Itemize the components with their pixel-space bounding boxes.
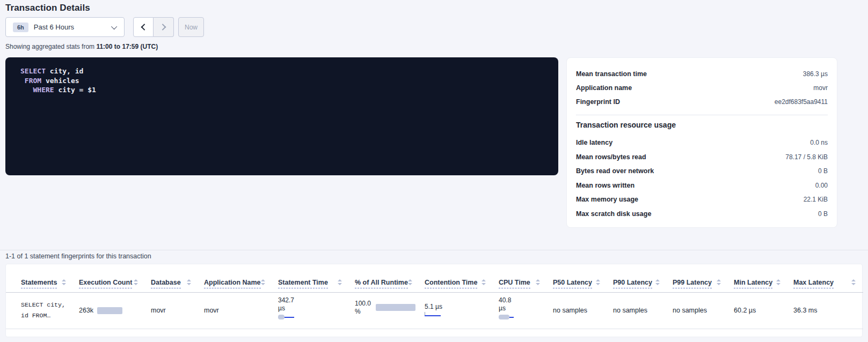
aggregated-stats-text: Showing aggregated stats from 11:00 to 1… <box>5 43 158 50</box>
sql-line: WHERE city = $1 <box>20 85 543 95</box>
sort-icon[interactable] <box>338 279 342 285</box>
usage-row: Bytes read over network 0 B <box>576 164 828 179</box>
column-header-statement-time[interactable]: Statement Time <box>273 264 349 292</box>
database-cell: movr <box>145 292 199 329</box>
statement-time-cell: 342.7µs <box>273 292 349 329</box>
statement-cell[interactable]: SELECT city,id FROM… <box>6 292 74 329</box>
sql-line: FROM vehicles <box>20 76 543 86</box>
summary-value: 386.3 µs <box>803 70 828 78</box>
column-header-p99-latency[interactable]: P99 Latency <box>667 264 728 292</box>
sort-icon[interactable] <box>717 279 721 285</box>
summary-value: ee2df683f5aa9411 <box>775 98 828 106</box>
usage-value: 0 B <box>818 210 828 218</box>
usage-label: Mean rows/bytes read <box>576 153 646 161</box>
max-latency-cell: 36.3 ms <box>788 292 863 329</box>
column-header-min-latency[interactable]: Min Latency <box>728 264 788 292</box>
sql-statement-box: SELECT city, id FROM vehicles WHERE city… <box>5 57 558 175</box>
runtime-pct-cell: 100.0% <box>349 292 419 329</box>
sort-icon[interactable] <box>536 279 540 285</box>
runtime-pct-bar <box>376 304 415 311</box>
sort-icon[interactable] <box>187 279 191 285</box>
usage-label: Idle latency <box>576 139 612 146</box>
contention-time-cell: 5.1 µs <box>419 292 493 329</box>
cpu-time-bar <box>499 315 514 319</box>
p90-latency-cell: no samples <box>608 292 667 329</box>
summary-value: movr <box>813 84 828 92</box>
statements-table: Statements Execution Count Database Appl… <box>6 264 863 329</box>
time-range-badge: 6h <box>13 23 28 32</box>
sort-icon[interactable] <box>776 279 781 285</box>
column-header-execution-count[interactable]: Execution Count <box>74 264 145 292</box>
usage-label: Max scratch disk usage <box>576 210 651 218</box>
summary-label: Fingerprint ID <box>576 98 620 106</box>
fingerprints-caption: 1-1 of 1 statement fingerprints for this… <box>5 252 151 260</box>
transaction-summary-card: Mean transaction time 386.3 µs Applicati… <box>566 57 837 228</box>
sort-icon[interactable] <box>134 279 138 285</box>
now-button[interactable]: Now <box>178 17 204 37</box>
usage-value: 0.0 ns <box>810 139 828 146</box>
statements-table-card: Statements Execution Count Database Appl… <box>5 264 863 337</box>
usage-row: Max memory usage 22.1 KiB <box>576 192 828 207</box>
column-header-cpu-time[interactable]: CPU Time <box>493 264 548 292</box>
summary-label: Application name <box>576 84 632 92</box>
page-title: Transaction Details <box>5 3 90 13</box>
contention-time-bar <box>425 313 441 318</box>
usage-value: 0.00 <box>815 182 828 189</box>
column-header-application-name[interactable]: Application Name <box>199 264 273 292</box>
usage-row: Mean rows written 0.00 <box>576 179 828 193</box>
column-header-p50-latency[interactable]: P50 Latency <box>548 264 608 292</box>
summary-row: Fingerprint ID ee2df683f5aa9411 <box>576 95 828 109</box>
execution-count-cell: 263k <box>74 292 145 329</box>
usage-label: Mean rows written <box>576 182 634 189</box>
column-header-database[interactable]: Database <box>145 264 199 292</box>
time-range-dropdown[interactable]: 6h Past 6 Hours <box>5 17 125 37</box>
sort-icon[interactable] <box>62 279 66 285</box>
p99-latency-cell: no samples <box>667 292 728 329</box>
sql-line: SELECT city, id <box>20 66 543 76</box>
table-row: SELECT city,id FROM… 263k movr movr 342.… <box>6 292 863 329</box>
usage-row: Max scratch disk usage 0 B <box>576 207 828 221</box>
sort-icon[interactable] <box>408 279 412 285</box>
sort-icon[interactable] <box>482 279 486 285</box>
time-nav-group <box>133 17 174 37</box>
time-controls: 6h Past 6 Hours Now <box>5 17 204 37</box>
sort-icon[interactable] <box>261 279 265 285</box>
statement-time-bar <box>278 315 294 319</box>
usage-row: Idle latency 0.0 ns <box>576 136 828 150</box>
column-header-max-latency[interactable]: Max Latency <box>788 264 863 292</box>
chevron-right-icon <box>159 24 166 31</box>
column-header-p90-latency[interactable]: P90 Latency <box>608 264 667 292</box>
cpu-time-cell: 40.8µs <box>493 292 548 329</box>
statement-link[interactable]: SELECT city,id FROM… <box>21 300 70 321</box>
execution-count-bar <box>97 307 122 314</box>
usage-row: Mean rows/bytes read 78.17 / 5.8 KiB <box>576 150 828 165</box>
resource-usage-title: Transaction resource usage <box>576 121 828 129</box>
sort-icon[interactable] <box>851 279 856 285</box>
usage-label: Bytes read over network <box>576 167 654 175</box>
prev-time-button[interactable] <box>133 17 154 37</box>
usage-value: 78.17 / 5.8 KiB <box>785 153 828 161</box>
column-header-statements[interactable]: Statements <box>6 264 74 292</box>
column-header-contention-time[interactable]: Contention Time <box>419 264 493 292</box>
min-latency-cell: 60.2 µs <box>728 292 788 329</box>
column-header-runtime-pct[interactable]: % of All Runtime <box>349 264 419 292</box>
chevron-left-icon <box>141 24 148 31</box>
table-header-row: Statements Execution Count Database Appl… <box>6 264 863 292</box>
sort-icon[interactable] <box>655 279 660 285</box>
p50-latency-cell: no samples <box>548 292 608 329</box>
next-time-button[interactable] <box>154 17 174 37</box>
section-divider <box>0 250 868 250</box>
summary-row: Mean transaction time 386.3 µs <box>576 67 828 81</box>
application-name-cell: movr <box>199 292 273 329</box>
usage-value: 22.1 KiB <box>804 196 828 203</box>
summary-divider <box>576 115 828 115</box>
sort-icon[interactable] <box>596 279 600 285</box>
summary-label: Mean transaction time <box>576 70 647 78</box>
time-range-label: Past 6 Hours <box>34 23 74 31</box>
usage-value: 0 B <box>818 167 828 175</box>
usage-label: Max memory usage <box>576 196 638 203</box>
chevron-down-icon <box>111 23 117 29</box>
summary-row: Application name movr <box>576 81 828 95</box>
